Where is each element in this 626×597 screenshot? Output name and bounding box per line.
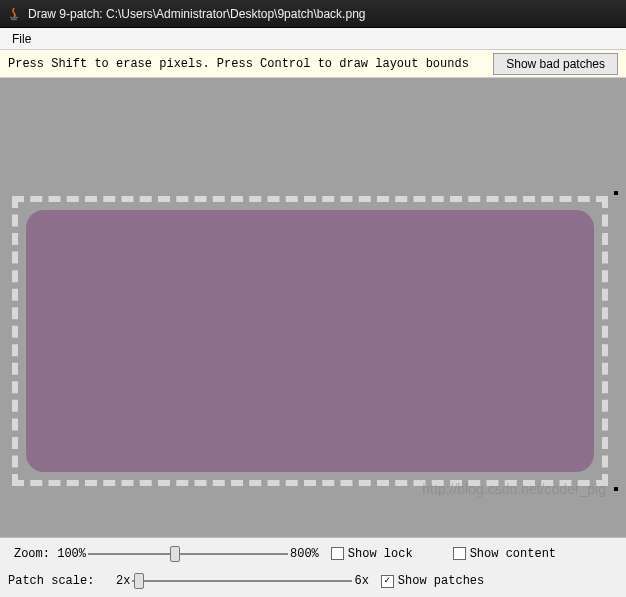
zoom-label: Zoom: 100% [8,547,86,561]
window-title: Draw 9-patch: C:\Users\Administrator\Des… [28,7,365,21]
menubar: File [0,28,626,50]
show-bad-patches-button[interactable]: Show bad patches [493,53,618,75]
app-window: Draw 9-patch: C:\Users\Administrator\Des… [0,0,626,597]
patch-image[interactable] [12,196,608,486]
image-content [26,210,594,472]
checkbox-icon [331,547,344,560]
bottom-panel: Zoom: 100% 800% Show lock Show content P… [0,537,626,597]
toolbar: Press Shift to erase pixels. Press Contr… [0,50,626,78]
tip-text: Press Shift to erase pixels. Press Contr… [8,57,493,71]
pixel-marker [614,487,618,491]
patch-scale-row: Patch scale: 2x 6x Show patches [8,572,618,592]
patch-scale-max-label: 6x [354,574,368,588]
slider-thumb[interactable] [134,573,144,589]
zoom-row: Zoom: 100% 800% Show lock Show content [8,544,618,564]
patch-scale-label: Patch scale: 2x [8,574,130,588]
titlebar: Draw 9-patch: C:\Users\Administrator\Des… [0,0,626,28]
java-icon [6,6,22,22]
show-content-checkbox[interactable]: Show content [453,547,556,561]
show-lock-checkbox[interactable]: Show lock [331,547,413,561]
zoom-slider[interactable] [88,545,288,563]
zoom-max-label: 800% [290,547,319,561]
checkbox-icon [381,575,394,588]
show-patches-checkbox[interactable]: Show patches [381,574,484,588]
menu-file[interactable]: File [6,30,37,48]
patch-scale-slider[interactable] [132,572,352,590]
pixel-marker [614,191,618,195]
canvas-area[interactable]: http://blog.csdn.net/coder_pig [0,78,626,537]
slider-thumb[interactable] [170,546,180,562]
checkbox-icon [453,547,466,560]
